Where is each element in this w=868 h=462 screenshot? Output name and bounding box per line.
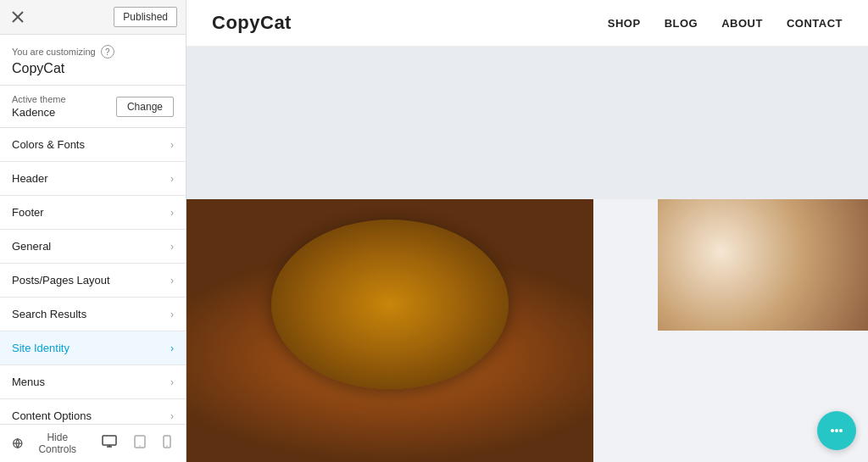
published-button[interactable]: Published [114, 7, 177, 27]
theme-info: Active theme Kadence [12, 94, 66, 119]
nav-item-label: Footer [12, 206, 44, 219]
site-name: CopyCat [12, 61, 174, 76]
nav-item-search-results[interactable]: Search Results › [0, 298, 186, 331]
site-logo: CopyCat [212, 12, 292, 34]
site-nav: SHOPBLOGABOUTCONTACT [608, 17, 843, 30]
nav-item-label: Search Results [12, 308, 86, 320]
panel-top-bar: Published [0, 0, 186, 35]
nav-item-label: General [12, 240, 51, 253]
mobile-view-button[interactable] [160, 433, 174, 454]
nav-item-site-identity[interactable]: Site Identity › [0, 331, 186, 365]
nav-item-label: Colors & Fonts [12, 138, 85, 151]
nav-item-content-options[interactable]: Content Options › [0, 399, 186, 424]
theme-section: Active theme Kadence Change [0, 86, 186, 128]
site-header: CopyCat SHOPBLOGABOUTCONTACT [186, 0, 868, 47]
nav-list: Colors & Fonts › Header › Footer › Gener… [0, 128, 186, 424]
svg-point-13 [839, 429, 843, 432]
chevron-icon: › [170, 376, 174, 388]
customizing-text: You are customizing [12, 47, 96, 57]
pie-image [186, 199, 593, 462]
active-theme-label: Active theme [12, 94, 66, 104]
bottom-bar: Hide Controls [0, 424, 186, 462]
close-button[interactable] [8, 8, 27, 26]
svg-point-11 [831, 429, 834, 432]
preview-panel: CopyCat SHOPBLOGABOUTCONTACT [186, 0, 868, 462]
nav-link-about[interactable]: ABOUT [721, 17, 763, 30]
hero-area [186, 47, 868, 199]
nav-link-contact[interactable]: CONTACT [787, 17, 843, 30]
chevron-icon: › [170, 241, 174, 253]
chevron-icon: › [170, 342, 174, 354]
food-image-right [658, 199, 868, 331]
chevron-icon: › [170, 207, 174, 219]
nav-item-label: Header [12, 172, 48, 185]
donuts-image [658, 199, 868, 331]
customizer-panel: Published You are customizing ? CopyCat … [0, 0, 186, 462]
nav-item-header[interactable]: Header › [0, 162, 186, 196]
tablet-view-button[interactable] [131, 433, 148, 454]
theme-name: Kadence [12, 106, 66, 119]
nav-item-footer[interactable]: Footer › [0, 196, 186, 230]
nav-item-colors-fonts[interactable]: Colors & Fonts › [0, 128, 186, 162]
nav-link-blog[interactable]: BLOG [665, 17, 698, 30]
nav-item-label: Menus [12, 376, 45, 388]
nav-link-shop[interactable]: SHOP [608, 17, 641, 30]
pie-topping [271, 220, 509, 389]
chevron-icon: › [170, 410, 174, 422]
svg-point-10 [166, 445, 168, 447]
chat-icon [827, 421, 846, 440]
content-area [186, 199, 868, 462]
help-icon[interactable]: ? [101, 45, 114, 58]
svg-point-8 [139, 445, 141, 447]
desktop-view-button[interactable] [99, 433, 120, 454]
svg-point-12 [835, 429, 838, 432]
chevron-icon: › [170, 309, 174, 320]
chevron-icon: › [170, 139, 174, 151]
nav-item-label: Posts/Pages Layout [12, 274, 110, 287]
customizing-section: You are customizing ? CopyCat [0, 35, 186, 86]
nav-item-general[interactable]: General › [0, 230, 186, 264]
chevron-icon: › [170, 173, 174, 185]
hide-controls-label: Hide Controls [28, 431, 87, 455]
change-theme-button[interactable]: Change [116, 97, 174, 117]
chat-widget[interactable] [817, 411, 856, 450]
hide-controls-button[interactable]: Hide Controls [12, 431, 87, 455]
svg-rect-4 [103, 436, 116, 445]
nav-item-label: Site Identity [12, 342, 70, 354]
food-image-left [186, 199, 593, 462]
nav-item-posts-pages-layout[interactable]: Posts/Pages Layout › [0, 264, 186, 298]
customizing-label: You are customizing ? [12, 45, 174, 58]
nav-item-label: Content Options [12, 409, 92, 422]
nav-item-menus[interactable]: Menus › [0, 365, 186, 399]
chevron-icon: › [170, 275, 174, 287]
